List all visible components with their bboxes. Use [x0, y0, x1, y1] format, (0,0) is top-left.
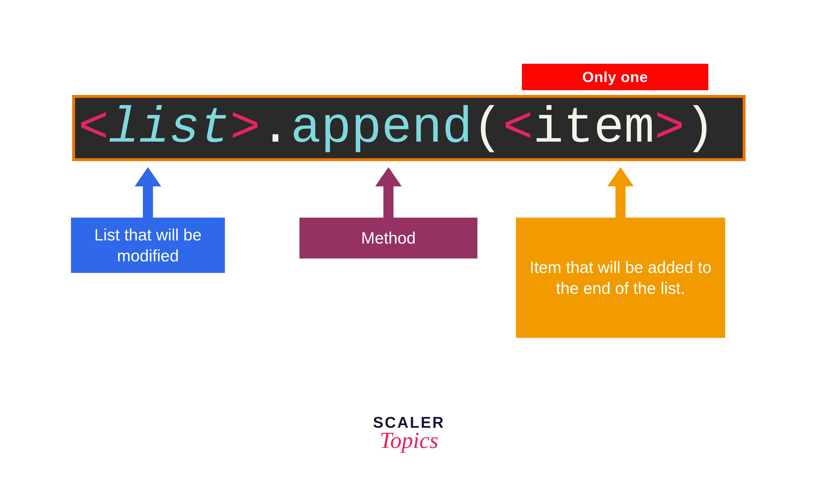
- code-item-word: item: [533, 103, 654, 153]
- code-dot: .: [260, 103, 291, 153]
- only-one-badge: Only one: [522, 64, 708, 90]
- arrow-up-icon: [381, 167, 396, 218]
- arrow-up-icon: [613, 167, 628, 218]
- code-list-word: list: [109, 103, 230, 153]
- code-syntax-bar: <list>.append(<item>): [72, 95, 746, 161]
- annotation-item: Item that will be added to the end of th…: [516, 218, 725, 338]
- annotation-list: List that will be modified: [71, 218, 225, 273]
- code-angle-open-1: <: [78, 103, 109, 153]
- code-angle-close-2: >: [654, 103, 685, 153]
- diagram-canvas: Only one <list>.append(<item>) List that…: [0, 0, 818, 504]
- code-paren-open: (: [472, 103, 503, 153]
- arrow-up-icon: [141, 167, 155, 218]
- code-paren-close: ): [685, 103, 715, 153]
- code-angle-open-2: <: [503, 103, 533, 153]
- annotation-method: Method: [299, 218, 477, 258]
- code-append-word: append: [291, 103, 472, 153]
- brand-logo: SCALER Topics: [373, 414, 445, 454]
- code-angle-close-1: >: [230, 103, 260, 153]
- logo-line-2: Topics: [373, 427, 445, 454]
